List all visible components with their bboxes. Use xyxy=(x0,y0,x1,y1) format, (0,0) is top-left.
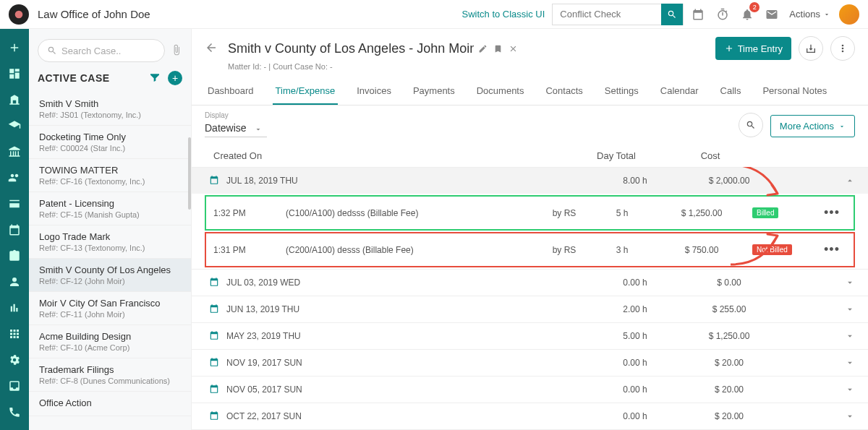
entry-menu-button[interactable]: ••• xyxy=(817,242,846,257)
mail-icon[interactable] xyxy=(762,4,782,25)
date-group-row[interactable]: OCT 22, 2017 SUN0.00 h$ 20.00 xyxy=(192,403,868,429)
bell-icon[interactable]: 2 xyxy=(737,4,757,25)
nav-settings-icon[interactable] xyxy=(0,347,29,373)
group-cost: $ 20.00 xyxy=(678,358,780,368)
nav-people-icon[interactable] xyxy=(0,165,29,191)
conflict-search-button[interactable] xyxy=(661,4,683,25)
firm-name: Law Office of John Doe xyxy=(38,8,150,20)
nav-add-icon[interactable] xyxy=(0,35,29,61)
time-entry-button[interactable]: Time Entry xyxy=(715,37,791,60)
entry-status: Not Billed xyxy=(752,244,817,255)
case-name: Patent - Licensing xyxy=(39,198,182,209)
sidebar-scrollbar[interactable] xyxy=(188,137,191,210)
date-group-row[interactable]: JUL 18, 2019 THU8.00 h$ 2,000.00 xyxy=(192,167,868,194)
case-name: TOWING MATTER xyxy=(39,165,182,176)
tab-time-expense[interactable]: Time/Expense xyxy=(273,78,339,105)
actions-dropdown[interactable]: Actions xyxy=(789,9,830,20)
chevron-down-icon xyxy=(845,304,855,314)
date-group-row[interactable]: MAY 23, 2019 THU5.00 h$ 1,250.00 xyxy=(192,322,868,349)
nav-apps-icon[interactable] xyxy=(0,321,29,347)
more-actions-label: More Actions xyxy=(780,121,834,132)
calendar-icon xyxy=(209,175,221,186)
case-name: Office Action xyxy=(39,397,182,408)
sidebar-case-item[interactable]: Smith V SmithRef#: JS01 (Textonomy, Inc.… xyxy=(29,93,191,126)
tab-dashboard[interactable]: Dashboard xyxy=(205,78,257,105)
sidebar-case-item[interactable]: TOWING MATTERRef#: CF-16 (Textonomy, Inc… xyxy=(29,159,191,192)
nav-phone-icon[interactable] xyxy=(0,399,29,425)
tab-settings[interactable]: Settings xyxy=(602,78,642,105)
tab-personal-notes[interactable]: Personal Notes xyxy=(760,78,830,105)
entry-cost: $ 750.00 xyxy=(651,245,752,255)
case-ref: Ref#: JS01 (Textonomy, Inc.) xyxy=(39,111,182,119)
nav-person-icon[interactable] xyxy=(0,269,29,295)
switch-classic-link[interactable]: Switch to Classic UI xyxy=(461,9,545,20)
filter-icon[interactable] xyxy=(149,72,162,85)
sidebar-case-item[interactable]: Smith V County Of Los AngelesRef#: CF-12… xyxy=(29,259,191,292)
time-entry-row[interactable]: 1:31 PM(C200/A100) desss (Billable Fee)b… xyxy=(205,232,855,267)
nav-education-icon[interactable] xyxy=(0,113,29,139)
tab-calls[interactable]: Calls xyxy=(718,78,744,105)
calendar-icon xyxy=(209,410,221,422)
edit-icon[interactable] xyxy=(478,44,488,53)
more-menu-button[interactable] xyxy=(830,36,855,61)
case-name: Moir V City Of San Francisco xyxy=(39,298,182,309)
entry-status: Billed xyxy=(752,207,817,218)
more-actions-button[interactable]: More Actions xyxy=(770,115,855,137)
timer-icon[interactable] xyxy=(712,4,733,25)
nav-wallet-icon[interactable] xyxy=(0,191,29,217)
entry-hours: 5 h xyxy=(593,208,651,218)
group-day-total: 0.00 h xyxy=(592,411,678,421)
case-list[interactable]: Smith V SmithRef#: JS01 (Textonomy, Inc.… xyxy=(29,93,191,430)
nav-inbox-icon[interactable] xyxy=(0,373,29,399)
nav-building-icon[interactable] xyxy=(0,87,29,113)
back-arrow-icon[interactable] xyxy=(205,41,218,56)
date-group-row[interactable]: NOV 05, 2017 SUN0.00 h$ 20.00 xyxy=(192,376,868,403)
date-group-row[interactable]: JUN 13, 2019 THU2.00 h$ 255.00 xyxy=(192,296,868,322)
date-group-row[interactable]: JUL 03, 2019 WED0.00 h$ 0.00 xyxy=(192,269,868,296)
group-date: NOV 05, 2017 SUN xyxy=(226,384,588,395)
conflict-search-input[interactable] xyxy=(553,9,661,20)
time-entry-row[interactable]: 1:32 PM(C100/A100) dedsss (Billable Fee)… xyxy=(205,195,855,231)
close-icon[interactable] xyxy=(509,44,518,53)
entries-table[interactable]: JUL 18, 2019 THU8.00 h$ 2,000.001:32 PM(… xyxy=(192,167,868,430)
entry-description: (C200/A100) desss (Billable Fee) xyxy=(286,245,535,255)
nav-chart-icon[interactable] xyxy=(0,295,29,321)
nav-clipboard-icon[interactable] xyxy=(0,243,29,269)
sidebar-case-item[interactable]: Office Action xyxy=(29,392,191,416)
nav-court-icon[interactable] xyxy=(0,139,29,165)
case-ref: Ref#: C00024 (Star Inc.) xyxy=(39,144,182,152)
nav-calendar-icon[interactable] xyxy=(0,217,29,243)
attachment-icon[interactable] xyxy=(171,44,182,58)
sidebar-case-item[interactable]: Logo Trade MarkRef#: CF-13 (Textonomy, I… xyxy=(29,225,191,259)
avatar[interactable] xyxy=(839,4,859,25)
tab-contacts[interactable]: Contacts xyxy=(542,78,585,105)
conflict-search[interactable] xyxy=(552,4,684,25)
case-search-input[interactable]: Search Case.. xyxy=(38,39,165,62)
case-ref: Ref#: CF-11 (John Moir) xyxy=(39,310,182,319)
entry-hours: 3 h xyxy=(593,245,651,255)
entry-by: by RS xyxy=(535,208,593,218)
calendar-icon[interactable] xyxy=(688,4,708,25)
tab-documents[interactable]: Documents xyxy=(474,78,527,105)
chevron-down-icon xyxy=(845,384,855,395)
group-cost: $ 1,250.00 xyxy=(678,331,780,341)
left-iconbar xyxy=(0,29,29,430)
tab-invoices[interactable]: Invoices xyxy=(354,78,394,105)
sidebar-case-item[interactable]: Trademark FilingsRef#: CF-8 (Dunes Commu… xyxy=(29,358,191,392)
sidebar-case-item[interactable]: Acme Building DesignRef#: CF-10 (Acme Co… xyxy=(29,325,191,358)
table-search-button[interactable] xyxy=(739,113,763,137)
sidebar-case-item[interactable]: Docketing Time OnlyRef#: C00024 (Star In… xyxy=(29,126,191,159)
bookmark-icon[interactable] xyxy=(493,44,503,53)
add-case-button[interactable]: + xyxy=(168,71,182,85)
entry-menu-button[interactable]: ••• xyxy=(817,205,846,220)
download-button[interactable] xyxy=(799,36,823,61)
chevron-up-icon xyxy=(845,176,855,186)
case-ref: Ref#: CF-15 (Manish Gupta) xyxy=(39,210,182,219)
nav-dashboard-icon[interactable] xyxy=(0,61,29,87)
app-logo[interactable] xyxy=(9,4,29,25)
tab-calendar[interactable]: Calendar xyxy=(658,78,702,105)
sidebar-case-item[interactable]: Moir V City Of San FranciscoRef#: CF-11 … xyxy=(29,292,191,325)
date-group-row[interactable]: NOV 19, 2017 SUN0.00 h$ 20.00 xyxy=(192,349,868,376)
sidebar-case-item[interactable]: Patent - LicensingRef#: CF-15 (Manish Gu… xyxy=(29,192,191,225)
tab-payments[interactable]: Payments xyxy=(410,78,458,105)
